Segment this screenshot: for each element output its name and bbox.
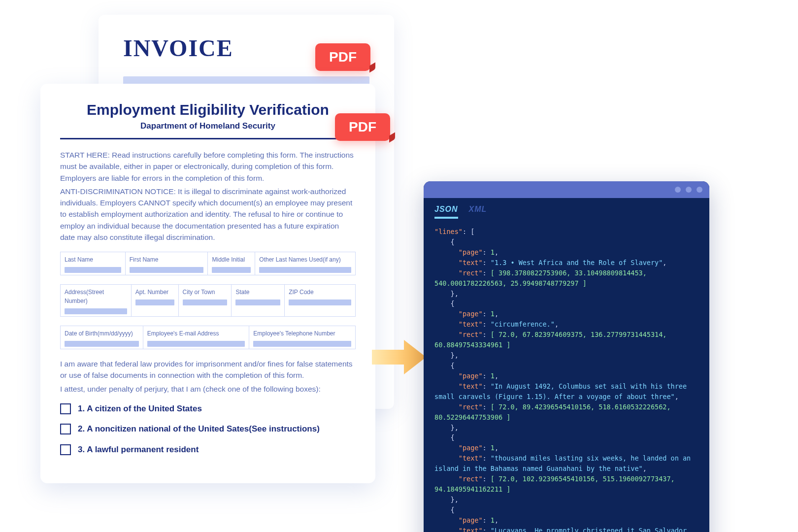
check-item-3[interactable]: 3. A lawful permanent resident: [60, 443, 356, 456]
code-body: "lines": [ { "page": 1, "text": "1.3 • W…: [424, 219, 709, 532]
form-document: Employment Eligibility Verification Dapa…: [40, 84, 375, 483]
checkbox-icon[interactable]: [60, 444, 71, 455]
field-city: City or Town: [183, 289, 215, 296]
pdf-badge-back: PDF: [315, 43, 370, 71]
form-fields-table-3: Date of Birth(mm/dd/yyyy) Employee's E-m…: [60, 326, 356, 349]
form-divider: [60, 138, 356, 139]
field-other-names: Other Last Names Used(if any): [259, 256, 340, 263]
field-dob: Date of Birth(mm/dd/yyyy): [65, 330, 133, 337]
code-window: JSON XML "lines": [ { "page": 1, "text":…: [424, 181, 709, 532]
field-middle-initial: Middle Initial: [212, 256, 245, 263]
arrow-icon: [369, 335, 429, 379]
field-zip: ZIP Code: [289, 289, 313, 296]
form-title: Employment Eligibility Verification: [60, 101, 356, 118]
code-tabs: JSON XML: [424, 198, 709, 219]
check-label-3: 3. A lawful permanent resident: [78, 443, 199, 456]
window-dot: [675, 187, 681, 193]
form-body: START HERE: Read instructions carefully …: [60, 149, 356, 456]
anti-discrimination-text: ANTI-DISCRIMINATION NOTICE: It is illega…: [60, 186, 356, 243]
checkbox-icon[interactable]: [60, 403, 71, 414]
field-address: Address(Street Number): [65, 289, 104, 304]
attest-text: I attest, under penalty of perjury, that…: [60, 383, 356, 395]
form-fields-table: Last Name First Name Middle Initial Othe…: [60, 252, 356, 275]
aware-text: I am aware that federal law provides for…: [60, 358, 356, 381]
tab-json[interactable]: JSON: [434, 205, 458, 219]
window-dot: [686, 187, 692, 193]
check-label-2: 2. A noncitizen national of the United S…: [78, 423, 320, 435]
check-item-1[interactable]: 1. A citizen of the United States: [60, 402, 356, 415]
field-apt: Apt. Number: [135, 289, 168, 296]
checkbox-list: 1. A citizen of the United States 2. A n…: [60, 402, 356, 456]
form-fields-table-2: Address(Street Number) Apt. Number City …: [60, 284, 356, 317]
field-email: Employee's E-mail Address: [147, 330, 219, 337]
checkbox-icon[interactable]: [60, 424, 71, 434]
pdf-badge-front: PDF: [335, 113, 390, 141]
tab-xml[interactable]: XML: [469, 205, 487, 219]
field-phone: Employee's Telephone Number: [253, 330, 335, 337]
form-subtitle: Dapartment of Homeland Security: [60, 121, 356, 131]
field-first-name: First Name: [130, 256, 159, 263]
check-item-2[interactable]: 2. A noncitizen national of the United S…: [60, 423, 356, 435]
field-state: State: [235, 289, 249, 296]
window-dot: [697, 187, 702, 193]
window-titlebar: [424, 181, 709, 198]
start-here-text: START HERE: Read instructions carefully …: [60, 149, 356, 184]
field-last-name: Last Name: [65, 256, 93, 263]
check-label-1: 1. A citizen of the United States: [78, 402, 202, 415]
